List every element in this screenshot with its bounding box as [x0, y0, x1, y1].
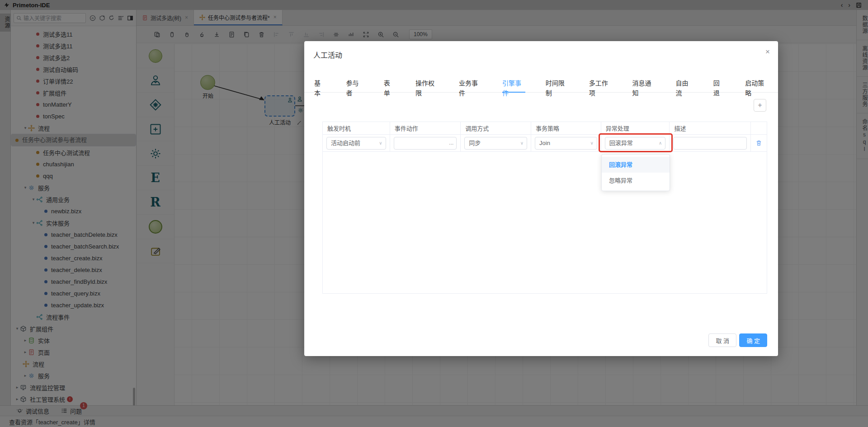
- dialog-title: 人工活动: [313, 49, 342, 60]
- dropdown-option-ignore[interactable]: 忽略异常: [602, 173, 670, 188]
- tab-engine-events[interactable]: 引擎事件: [502, 78, 525, 93]
- col-tx-policy: 事务策略: [531, 122, 601, 134]
- tab-free-flow[interactable]: 自由流: [676, 78, 693, 93]
- tab-basic[interactable]: 基本: [314, 78, 326, 93]
- col-trigger-time: 触发时机: [323, 122, 390, 134]
- tx-policy-select[interactable]: Join∨: [535, 137, 597, 150]
- dialog-close-icon[interactable]: ×: [765, 47, 770, 56]
- chevron-down-icon: ∨: [379, 137, 382, 149]
- event-action-input[interactable]: ...: [394, 137, 457, 150]
- table-row: 活动启动前∨ ... 同步∨ Join∨ 回滚异常∧: [323, 135, 767, 152]
- call-mode-select[interactable]: 同步∨: [464, 137, 527, 150]
- tab-multi-workitem[interactable]: 多工作项: [589, 78, 612, 93]
- engine-events-table: 触发时机 事件动作 调用方式 事务策略 异常处理 描述 活动启动前∨ ... 同…: [322, 122, 767, 294]
- col-actions: [751, 122, 767, 134]
- tab-business-events[interactable]: 业务事件: [459, 78, 482, 93]
- add-row-button[interactable]: +: [754, 99, 766, 112]
- tab-permissions[interactable]: 操作权限: [415, 78, 439, 93]
- delete-row-icon[interactable]: [755, 140, 762, 146]
- chevron-up-icon: ∧: [659, 137, 662, 149]
- dialog-tabs: 基本 参与者 表单 操作权限 业务事件 引擎事件 时间限制 多工作项 消息通知 …: [304, 78, 778, 93]
- col-exception: 异常处理: [601, 122, 670, 134]
- dropdown-option-rollback[interactable]: 回滚异常: [602, 157, 670, 173]
- col-call-mode: 调用方式: [461, 122, 531, 134]
- tab-message-notify[interactable]: 消息通知: [632, 78, 656, 93]
- tab-rollback[interactable]: 回退: [713, 78, 725, 93]
- chevron-down-icon: ∨: [520, 137, 524, 149]
- browse-ellipsis-button[interactable]: ...: [449, 137, 453, 148]
- col-event-action: 事件动作: [390, 122, 461, 134]
- chevron-down-icon: ∨: [590, 137, 593, 149]
- cancel-button[interactable]: 取 消: [708, 333, 736, 347]
- exception-select[interactable]: 回滚异常∧: [605, 137, 666, 150]
- description-input[interactable]: [673, 137, 747, 150]
- col-description: 描述: [670, 122, 751, 134]
- tab-start-strategy[interactable]: 启动策略: [745, 78, 768, 93]
- manual-activity-dialog: 人工活动 × 基本 参与者 表单 操作权限 业务事件 引擎事件 时间限制 多工作…: [304, 41, 778, 356]
- exception-dropdown-menu: 回滚异常 忽略异常: [601, 154, 670, 191]
- table-header: 触发时机 事件动作 调用方式 事务策略 异常处理 描述: [323, 122, 767, 135]
- tab-form[interactable]: 表单: [384, 78, 395, 93]
- ok-button[interactable]: 确 定: [739, 333, 767, 347]
- tab-time-limit[interactable]: 时间限制: [546, 78, 569, 93]
- trigger-time-select[interactable]: 活动启动前∨: [326, 137, 386, 150]
- tab-participants[interactable]: 参与者: [346, 78, 363, 93]
